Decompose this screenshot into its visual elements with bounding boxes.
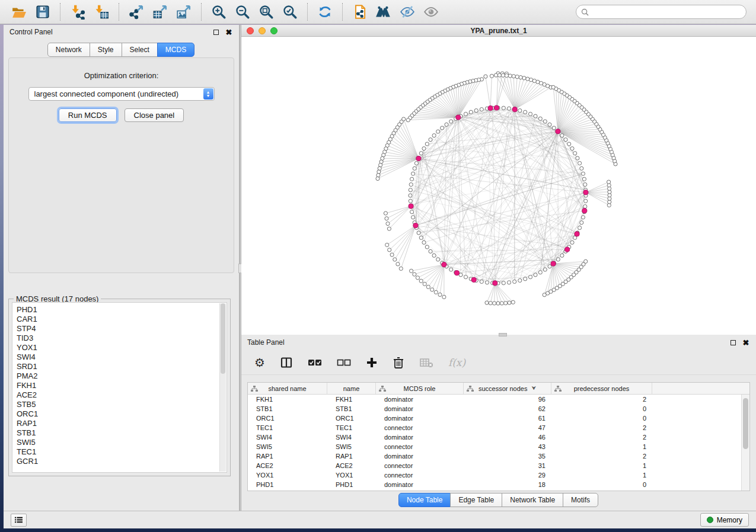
zoom-out-icon (235, 4, 250, 20)
table-cell: SWI4 (248, 434, 327, 441)
maximize-traffic-light[interactable] (270, 27, 277, 34)
table-row[interactable]: ACE2ACE2connector311 (248, 461, 741, 470)
table-row[interactable]: YOX1YOX1connector291 (248, 470, 741, 480)
control-panel-float-button[interactable] (212, 28, 220, 36)
column-header-mcds-role[interactable]: MCDS role (376, 383, 464, 394)
new-network-file-button[interactable] (350, 2, 370, 22)
column-header-name[interactable]: name (327, 383, 376, 394)
refresh-button[interactable] (315, 2, 335, 22)
table-row[interactable]: TEC1TEC1connector472 (248, 423, 741, 432)
tab-edge-table[interactable]: Edge Table (450, 493, 502, 507)
column-header-successor-nodes[interactable]: successor nodes⮟ (464, 383, 551, 394)
column-selector-button[interactable] (280, 355, 293, 370)
import-table-button[interactable] (91, 2, 111, 22)
mcds-result-item[interactable]: YOX1 (17, 343, 227, 352)
tab-select[interactable]: Select (122, 43, 158, 57)
export-table-button[interactable] (150, 2, 170, 22)
mcds-result-item[interactable]: TEC1 (17, 447, 227, 457)
table-row[interactable]: ORC1ORC1dominator610 (248, 414, 741, 423)
export-image-button[interactable] (174, 2, 194, 22)
mcds-result-item[interactable]: STB1 (17, 428, 227, 438)
export-image-icon (176, 4, 192, 20)
network-window-titlebar[interactable]: YPA_prune.txt_1 (241, 25, 756, 37)
tab-motifs[interactable]: Motifs (563, 493, 598, 507)
table-panel-float-button[interactable] (729, 338, 737, 347)
column-header-shared-name[interactable]: shared name (248, 383, 327, 394)
search-input[interactable] (589, 7, 741, 17)
table-cell: TEC1 (327, 424, 376, 431)
mcds-result-item[interactable]: SWI4 (17, 352, 227, 362)
control-panel-close-button[interactable]: ✖ (225, 28, 233, 36)
open-session-button[interactable] (9, 2, 29, 22)
deselect-all-icon (337, 357, 351, 368)
table-row[interactable]: SWI5SWI5connector431 (248, 442, 741, 451)
open-folder-icon (11, 4, 27, 20)
table-panel-close-button[interactable]: ✖ (742, 338, 750, 347)
mcds-result-item[interactable]: GCR1 (17, 457, 227, 466)
mcds-result-item[interactable]: ACE2 (17, 390, 227, 400)
select-all-button[interactable] (308, 355, 322, 370)
tab-node-table[interactable]: Node Table (398, 493, 451, 507)
zoom-selected-button[interactable] (280, 2, 300, 22)
table-cell: 1 (551, 443, 652, 450)
delete-column-button[interactable] (393, 355, 404, 370)
control-panel: Control Panel ✖ Network Style Select MCD… (4, 25, 240, 511)
run-mcds-button[interactable]: Run MCDS (59, 108, 117, 122)
mcds-result-item[interactable]: PMA2 (17, 371, 227, 381)
result-list-scrollbar[interactable] (219, 303, 226, 472)
network-view-canvas[interactable] (241, 37, 756, 335)
tab-network-table[interactable]: Network Table (502, 493, 563, 507)
import-network-button[interactable] (68, 2, 88, 22)
tab-network[interactable]: Network (47, 43, 90, 57)
first-neighbors-button[interactable] (374, 2, 394, 22)
list-icon (15, 516, 23, 524)
mcds-result-item[interactable]: SWI5 (17, 438, 227, 447)
tab-mcds[interactable]: MCDS (157, 43, 194, 57)
node-table-rows[interactable]: FKH1FKH1dominator962STB1STB1dominator620… (248, 395, 741, 491)
show-all-button[interactable] (421, 2, 441, 22)
add-column-button[interactable] (366, 355, 378, 370)
mcds-result-item[interactable]: CAR1 (17, 315, 227, 324)
column-header-predecessor-nodes[interactable]: predecessor nodes (551, 383, 652, 394)
table-row[interactable]: FKH1FKH1dominator962 (248, 395, 741, 404)
table-row[interactable]: RAP1RAP1dominator352 (248, 451, 741, 461)
minimize-traffic-light[interactable] (259, 27, 266, 34)
zoom-out-button[interactable] (232, 2, 253, 22)
hide-selected-button[interactable] (397, 2, 417, 22)
export-network-button[interactable] (126, 2, 146, 22)
function-builder-button-disabled: f(x) (448, 355, 465, 370)
optimization-criterion-select[interactable]: largest connected component (undirected)… (28, 87, 215, 101)
table-row[interactable]: PHD1PHD1dominator180 (248, 480, 741, 489)
mcds-result-item[interactable]: STB5 (17, 400, 227, 409)
close-traffic-light[interactable] (247, 27, 254, 34)
horizontal-splitter-handle[interactable] (499, 333, 507, 336)
close-panel-button[interactable]: Close panel (125, 108, 184, 122)
table-settings-button[interactable]: ⚙ (254, 355, 265, 370)
mcds-result-item[interactable]: ORC1 (17, 409, 227, 419)
task-history-button[interactable] (11, 514, 27, 527)
table-cell: dominator (376, 481, 464, 488)
table-row[interactable]: STB1STB1dominator620 (248, 404, 741, 414)
column-header-filler (652, 383, 749, 394)
table-row[interactable]: SWI4SWI4dominator462 (248, 432, 741, 442)
memory-button[interactable]: Memory (700, 513, 749, 527)
search-icon (581, 8, 589, 16)
mcds-result-item[interactable]: RAP1 (17, 419, 227, 428)
network-file-icon (352, 4, 368, 20)
table-cell: dominator (376, 434, 464, 441)
mcds-result-item[interactable]: PHD1 (17, 305, 227, 315)
zoom-fit-button[interactable] (256, 2, 276, 22)
table-cell: 0 (551, 405, 652, 412)
table-cell: 0 (551, 481, 652, 488)
mcds-result-item[interactable]: TID3 (17, 334, 227, 343)
zoom-in-button[interactable] (209, 2, 229, 22)
mcds-result-list[interactable]: PHD1CAR1STP4TID3YOX1SWI4SRD1PMA2FKH1ACE2… (12, 302, 227, 473)
mcds-result-item[interactable]: STP4 (17, 324, 227, 334)
tab-style[interactable]: Style (90, 43, 122, 57)
deselect-all-button[interactable] (337, 355, 351, 370)
save-session-button[interactable] (33, 2, 53, 22)
table-scrollbar[interactable] (741, 395, 749, 491)
mcds-result-item[interactable]: FKH1 (17, 381, 227, 390)
network-graph[interactable] (241, 37, 756, 335)
mcds-result-item[interactable]: SRD1 (17, 362, 227, 371)
